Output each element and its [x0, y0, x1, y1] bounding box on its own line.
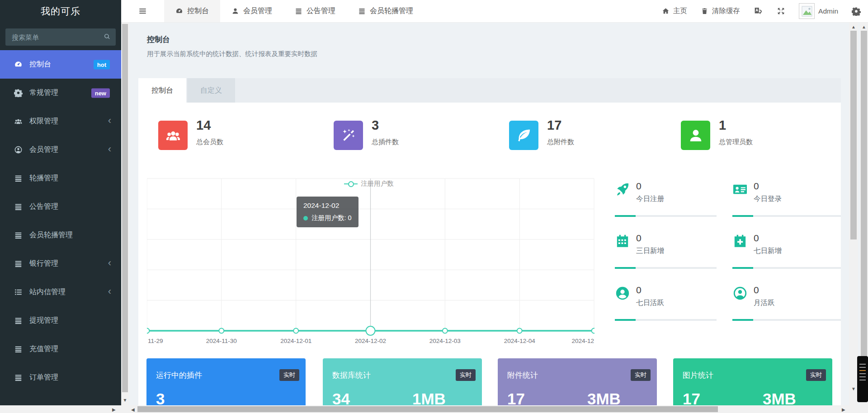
sidebar-scrollbar-thumb[interactable]: [122, 24, 128, 392]
users-icon: [12, 117, 24, 126]
summary-card-images[interactable]: 图片统计实时173MB: [673, 358, 832, 405]
topbar-tab-label: 会员轮播管理: [370, 6, 413, 16]
tab-custom[interactable]: 自定义: [187, 78, 235, 103]
sidebar-item-member[interactable]: 会员管理‹: [0, 136, 121, 164]
scrollbar-corner: [849, 405, 868, 413]
list-icon: [12, 345, 24, 353]
stat-label: 总附件数: [547, 138, 574, 146]
scroll-right-arrow[interactable]: ▶: [112, 407, 116, 412]
chevron-left-icon: ‹: [108, 258, 111, 268]
legend-line-symbol: [344, 183, 358, 184]
sidebar-item-general[interactable]: 常规管理new: [0, 79, 121, 107]
user-circle-icon: [615, 286, 630, 301]
sidebar-item-member-carousel[interactable]: 会员轮播管理: [0, 221, 121, 249]
sidebar-item-carousel[interactable]: 轮播管理: [0, 164, 121, 192]
svg-text:2024-12: 2024-12: [571, 338, 594, 344]
sidebar-item-label: 会员管理: [29, 145, 58, 155]
stat-label: 总插件数: [372, 138, 399, 146]
horizontal-scrollbar[interactable]: ▶ ◀ ▶: [0, 405, 849, 413]
svg-text:2024-11-30: 2024-11-30: [206, 338, 237, 344]
scroll-up-arrow[interactable]: ▲: [849, 25, 858, 29]
scroll-down-arrow[interactable]: ▼: [849, 387, 858, 391]
card-title: 数据库统计: [332, 370, 371, 380]
stat-value: 1: [719, 118, 726, 133]
sidebar-scrollbar[interactable]: ▼: [121, 23, 129, 405]
scroll-down-arrow[interactable]: ▼: [121, 398, 129, 403]
window-scrollbar-thumb[interactable]: [861, 31, 867, 357]
stat-label: 总会员数: [196, 138, 223, 146]
sidebar-item-label: 充值管理: [29, 344, 58, 354]
sidebar-item-withdraw[interactable]: 提现管理: [0, 306, 121, 335]
sidebar-menu: 控制台hot常规管理new权限管理‹会员管理‹轮播管理公告管理会员轮播管理银行管…: [0, 50, 121, 392]
mini-stat-bar: [615, 319, 717, 321]
leaf-icon: [509, 121, 538, 150]
magic-icon: [334, 121, 363, 150]
sidebar-item-message[interactable]: 站内信管理‹: [0, 278, 121, 306]
sidebar-item-dashboard[interactable]: 控制台hot: [0, 50, 121, 79]
sidebar-item-bank[interactable]: 银行管理‹: [0, 249, 121, 278]
mini-stat-bar: [732, 215, 841, 217]
topbar-tab-member[interactable]: 会员管理: [220, 0, 283, 22]
summary-card-running-plugins[interactable]: 运行中的插件实时3: [146, 358, 306, 405]
home-button[interactable]: 主页: [662, 6, 687, 16]
topbar-tab-label: 会员管理: [243, 6, 272, 16]
topbar: 控制台会员管理公告管理会员轮播管理 主页 清除缓存: [121, 0, 868, 23]
gear-icon: [852, 7, 861, 16]
sidebar-item-label: 银行管理: [29, 259, 58, 268]
content-scrollbar[interactable]: ▲ ▼: [849, 23, 858, 405]
card-value: 17: [507, 390, 525, 405]
sidebar-item-announcement[interactable]: 公告管理: [0, 192, 121, 221]
svg-text:2024-12-04: 2024-12-04: [504, 338, 536, 344]
chevron-left-icon: ‹: [108, 116, 111, 126]
scroll-left-arrow[interactable]: ◀: [131, 407, 135, 412]
user-menu[interactable]: Admin: [799, 3, 838, 19]
user-icon: [231, 7, 239, 15]
window-scrollbar[interactable]: ▲ ▼: [860, 23, 868, 413]
clear-cache-label: 清除缓存: [712, 6, 740, 16]
home-icon: [662, 7, 670, 15]
home-label: 主页: [673, 6, 687, 16]
stat-label: 总管理员数: [719, 138, 753, 146]
content-scrollbar-thumb[interactable]: [850, 31, 857, 239]
menu-search: [5, 28, 116, 46]
search-icon: [104, 33, 111, 40]
mini-stat-value: 0: [636, 285, 642, 296]
sidebar-item-order[interactable]: 订单管理: [0, 363, 121, 392]
registrations-line-chart[interactable]: 11-292024-11-302024-12-012024-12-022024-…: [147, 177, 594, 351]
horizontal-scrollbar-thumb[interactable]: [137, 406, 718, 412]
settings-button[interactable]: [852, 7, 861, 16]
summary-card-database[interactable]: 数据库统计实时341MB: [323, 358, 482, 405]
card-title: 运行中的插件: [156, 370, 202, 380]
sidebar-item-auth[interactable]: 权限管理‹: [0, 107, 121, 136]
list-icon: [295, 7, 302, 15]
scroll-right-arrow[interactable]: ▶: [842, 407, 845, 412]
card-value: 3: [156, 390, 165, 405]
mini-stat-bar: [732, 267, 841, 269]
scroll-up-arrow[interactable]: ▲: [860, 25, 868, 29]
mini-stat-label: 七日活跃: [636, 298, 664, 308]
language-button[interactable]: [754, 6, 763, 16]
sidebar-item-label: 权限管理: [29, 117, 58, 126]
mini-stat-label: 今日登录: [754, 194, 782, 204]
list-icon: [12, 231, 24, 239]
cogs-icon: [12, 89, 24, 97]
realtime-badge: 实时: [631, 369, 651, 381]
tab-dashboard[interactable]: 控制台: [138, 78, 186, 103]
id-card-icon: [732, 182, 748, 197]
sidebar-toggle-button[interactable]: [121, 0, 164, 22]
topbar-tab-dashboard[interactable]: 控制台: [164, 0, 220, 22]
svg-text:2024-12-01: 2024-12-01: [280, 338, 311, 344]
topbar-tab-member-carousel[interactable]: 会员轮播管理: [347, 0, 425, 22]
chart-legend[interactable]: 注册用户数: [344, 179, 394, 188]
avatar: [799, 3, 815, 19]
clear-cache-button[interactable]: 清除缓存: [701, 6, 740, 16]
topbar-tab-announcement[interactable]: 公告管理: [283, 0, 347, 22]
summary-card-attachments[interactable]: 附件统计实时173MB: [498, 358, 657, 405]
sidebar-item-recharge[interactable]: 充值管理: [0, 335, 121, 363]
tooltip-row: 注册用户数: 0: [303, 214, 352, 222]
card-value-secondary: 1MB: [412, 390, 446, 405]
fullscreen-button[interactable]: [777, 7, 785, 15]
card-value-secondary: 3MB: [763, 390, 796, 405]
menu-search-input[interactable]: [5, 28, 116, 46]
list-icon: [12, 202, 24, 211]
